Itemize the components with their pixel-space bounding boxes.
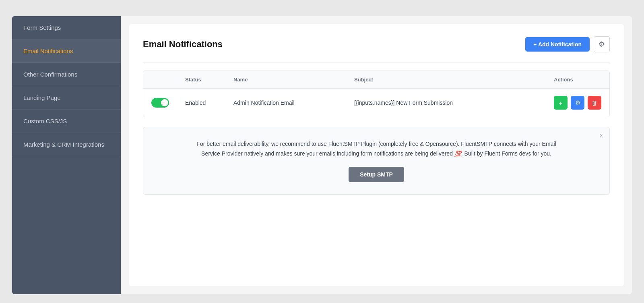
sidebar-item-landing-page[interactable]: Landing Page [12,86,121,110]
smtp-notice-box: x For better email deliverability, we re… [143,127,610,195]
add-notification-button[interactable]: + Add Notification [525,37,590,52]
status-cell: Enabled [177,89,225,117]
header-row: Email Notifications + Add Notification ⚙ [143,36,610,52]
page-title: Email Notifications [143,39,223,50]
global-settings-gear-button[interactable]: ⚙ [594,36,610,52]
notifications-table: Status Name Subject Actions EnabledAdmin… [143,71,609,117]
table-body: EnabledAdmin Notification Email[{inputs.… [143,89,609,117]
name-cell: Admin Notification Email [225,89,346,117]
smtp-notice-text: For better email deliverability, we reco… [195,139,557,159]
setup-smtp-button[interactable]: Setup SMTP [349,167,404,182]
header-actions: + Add Notification ⚙ [525,36,610,52]
content-panel: Email Notifications + Add Notification ⚙ [129,24,624,286]
col-header-status [143,71,177,89]
col-header-subject: Subject [346,71,546,89]
sidebar-item-marketing-crm[interactable]: Marketing & CRM Integrations [12,133,121,156]
sidebar-item-email-notifications[interactable]: Email Notifications [12,39,121,63]
notifications-table-container: Status Name Subject Actions EnabledAdmin… [143,71,610,117]
status-toggle[interactable] [151,98,169,108]
col-header-actions: Actions [546,71,609,89]
toggle-cell [143,89,177,117]
toggle-slider [151,98,169,108]
sidebar-item-form-settings[interactable]: Form Settings [12,16,121,39]
actions-cell: + ⚙ 🗑 [546,89,609,117]
sidebar-item-custom-css-js[interactable]: Custom CSS/JS [12,110,121,133]
gear-icon: ⚙ [599,40,605,49]
action-add-button[interactable]: + [554,96,568,110]
col-header-name: Name [225,71,346,89]
action-buttons: + ⚙ 🗑 [554,96,601,110]
subject-cell: [{inputs.names}] New Form Submission [346,89,546,117]
sidebar-item-other-confirmations[interactable]: Other Confirmations [12,63,121,86]
smtp-notice-close-button[interactable]: x [600,132,603,139]
header-divider [143,62,610,62]
action-settings-button[interactable]: ⚙ [571,96,584,110]
action-delete-button[interactable]: 🗑 [588,96,601,110]
col-header-status-label: Status [177,71,225,89]
main-content: Email Notifications + Add Notification ⚙ [121,16,632,294]
table-header: Status Name Subject Actions [143,71,609,89]
hundred-emoji: 💯 [454,150,461,157]
table-row: EnabledAdmin Notification Email[{inputs.… [143,89,609,117]
sidebar: Form SettingsEmail NotificationsOther Co… [12,16,121,294]
